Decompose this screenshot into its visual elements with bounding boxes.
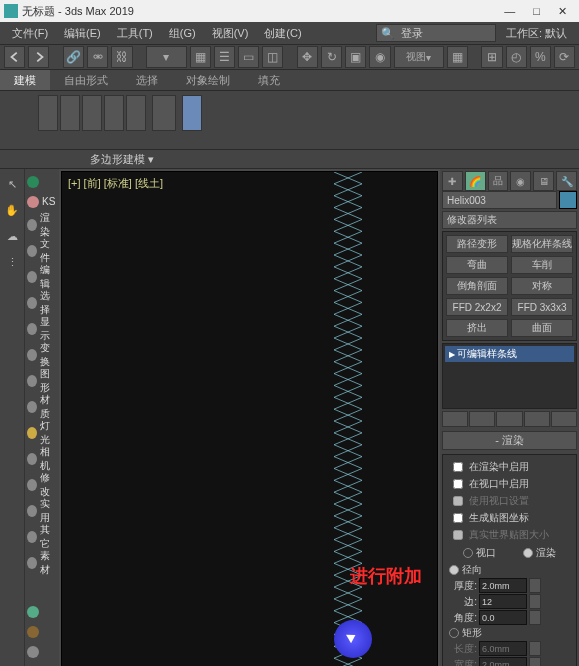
- back-button[interactable]: [27, 175, 57, 189]
- refsys-dropdown[interactable]: 视图▾: [394, 46, 444, 68]
- mod-preset[interactable]: 路径变形: [446, 235, 508, 253]
- move-icon[interactable]: ✥: [297, 46, 318, 68]
- tab-freeform[interactable]: 自由形式: [50, 70, 122, 90]
- tab-selection[interactable]: 选择: [122, 70, 172, 90]
- unlink-icon[interactable]: ⚮: [87, 46, 108, 68]
- tab-modeling[interactable]: 建模: [0, 70, 50, 90]
- placement-icon[interactable]: ◉: [369, 46, 390, 68]
- sidebar-item[interactable]: 显示: [27, 319, 57, 339]
- chk-gen-mapping[interactable]: [453, 513, 463, 523]
- modifier-list-dropdown[interactable]: 修改器列表: [442, 211, 577, 229]
- menu-group[interactable]: 组(G): [163, 24, 202, 43]
- window-cross-icon[interactable]: ◫: [262, 46, 283, 68]
- spinner-icon[interactable]: [529, 578, 541, 593]
- unique-icon[interactable]: [496, 411, 522, 427]
- maximize-icon[interactable]: □: [533, 5, 540, 18]
- pin-stack-icon[interactable]: [442, 411, 468, 427]
- sidebar-item[interactable]: 其它: [27, 527, 57, 547]
- pivot-icon[interactable]: ▦: [447, 46, 468, 68]
- link-icon[interactable]: 🔗: [63, 46, 84, 68]
- workspace-label[interactable]: 工作区: 默认: [500, 24, 573, 43]
- configure-icon[interactable]: [551, 411, 577, 427]
- create-tab-icon[interactable]: ✚: [442, 171, 463, 191]
- radio-rect[interactable]: [449, 628, 459, 638]
- spinner-icon[interactable]: [529, 610, 541, 625]
- mod-preset[interactable]: 规格化样条线: [511, 235, 573, 253]
- tab-objectpaint[interactable]: 对象绘制: [172, 70, 244, 90]
- ribbon-btn[interactable]: [104, 95, 124, 131]
- mod-preset[interactable]: 曲面: [511, 319, 573, 337]
- spinner-icon[interactable]: [529, 594, 541, 609]
- sidebar-misc-icon[interactable]: [27, 645, 57, 659]
- spinner-snap-icon[interactable]: ⟳: [554, 46, 575, 68]
- snap-icon[interactable]: ⊞: [481, 46, 502, 68]
- minimize-icon[interactable]: —: [504, 5, 515, 18]
- undo-icon[interactable]: [4, 46, 25, 68]
- sides-input[interactable]: 12: [479, 594, 527, 609]
- mod-preset[interactable]: 弯曲: [446, 256, 508, 274]
- sidebar-misc-icon[interactable]: [27, 625, 57, 639]
- sidebar-item[interactable]: 编辑: [27, 267, 57, 287]
- viewport[interactable]: [+] [前] [标准] [线土] 进行附加: [61, 171, 438, 666]
- menu-tools[interactable]: 工具(T): [111, 24, 159, 43]
- remove-mod-icon[interactable]: [524, 411, 550, 427]
- ribbon-btn-active[interactable]: [182, 95, 202, 131]
- utilities-tab-icon[interactable]: 🔧: [556, 171, 577, 191]
- hand-icon[interactable]: ✋: [3, 201, 21, 219]
- color-swatch[interactable]: [559, 191, 577, 209]
- rotate-icon[interactable]: ↻: [321, 46, 342, 68]
- radio-render[interactable]: [523, 548, 533, 558]
- menu-file[interactable]: 文件(F): [6, 24, 54, 43]
- menu-create[interactable]: 创建(C): [258, 24, 307, 43]
- rollout-render-header[interactable]: - 渲染: [442, 431, 577, 450]
- sidebar-item[interactable]: 素材: [27, 553, 57, 573]
- mod-preset[interactable]: 倒角剖面: [446, 277, 508, 295]
- modify-tab-icon[interactable]: 🌈: [465, 171, 486, 191]
- sidebar-item[interactable]: 渲染: [27, 215, 57, 235]
- chk-enable-viewport[interactable]: [453, 479, 463, 489]
- ribbon-btn[interactable]: [82, 95, 102, 131]
- selection-filter-dropdown[interactable]: ▾: [146, 46, 186, 68]
- sidebar-item[interactable]: 修改: [27, 475, 57, 495]
- sidebar-item[interactable]: KS: [27, 195, 57, 209]
- stack-item[interactable]: 可编辑样条线: [445, 346, 574, 362]
- cloud-icon[interactable]: ☁: [3, 227, 21, 245]
- modifier-stack[interactable]: 可编辑样条线: [442, 343, 577, 409]
- select-name-icon[interactable]: ☰: [214, 46, 235, 68]
- menu-view[interactable]: 视图(V): [206, 24, 255, 43]
- angle-input[interactable]: 0.0: [479, 610, 527, 625]
- sidebar-item[interactable]: 文件: [27, 241, 57, 261]
- radio-viewport[interactable]: [463, 548, 473, 558]
- sidebar-misc-icon[interactable]: [27, 606, 57, 620]
- angle-snap-icon[interactable]: ◴: [506, 46, 527, 68]
- sidebar-item[interactable]: 图形: [27, 371, 57, 391]
- radio-radial[interactable]: [449, 565, 459, 575]
- select-icon[interactable]: ▦: [190, 46, 211, 68]
- redo-icon[interactable]: [28, 46, 49, 68]
- ribbon-btn[interactable]: [152, 95, 176, 131]
- tab-populate[interactable]: 填充: [244, 70, 294, 90]
- select-rect-icon[interactable]: ▭: [238, 46, 259, 68]
- hierarchy-tab-icon[interactable]: 品: [488, 171, 509, 191]
- mod-preset[interactable]: FFD 2x2x2: [446, 298, 508, 316]
- viewport-label[interactable]: [+] [前] [标准] [线土]: [68, 176, 163, 191]
- thickness-input[interactable]: 2.0mm: [479, 578, 527, 593]
- display-tab-icon[interactable]: 🖥: [533, 171, 554, 191]
- mod-preset[interactable]: 对称: [511, 277, 573, 295]
- sidebar-item[interactable]: 变换: [27, 345, 57, 365]
- chk-enable-render[interactable]: [453, 462, 463, 472]
- mod-preset[interactable]: 挤出: [446, 319, 508, 337]
- tool-icon[interactable]: ⋮: [3, 253, 21, 271]
- object-name-input[interactable]: Helix003: [442, 191, 557, 209]
- cursor-icon[interactable]: ↖: [3, 175, 21, 193]
- mod-preset[interactable]: FFD 3x3x3: [511, 298, 573, 316]
- ribbon-btn[interactable]: [38, 95, 58, 131]
- sidebar-item[interactable]: 材质: [27, 397, 57, 417]
- close-icon[interactable]: ✕: [558, 5, 567, 18]
- sidebar-item[interactable]: 灯光: [27, 423, 57, 443]
- sidebar-item[interactable]: 实用: [27, 501, 57, 521]
- ribbon-btn[interactable]: [60, 95, 80, 131]
- ribbon-btn[interactable]: [126, 95, 146, 131]
- show-end-icon[interactable]: [469, 411, 495, 427]
- sidebar-item[interactable]: 选择: [27, 293, 57, 313]
